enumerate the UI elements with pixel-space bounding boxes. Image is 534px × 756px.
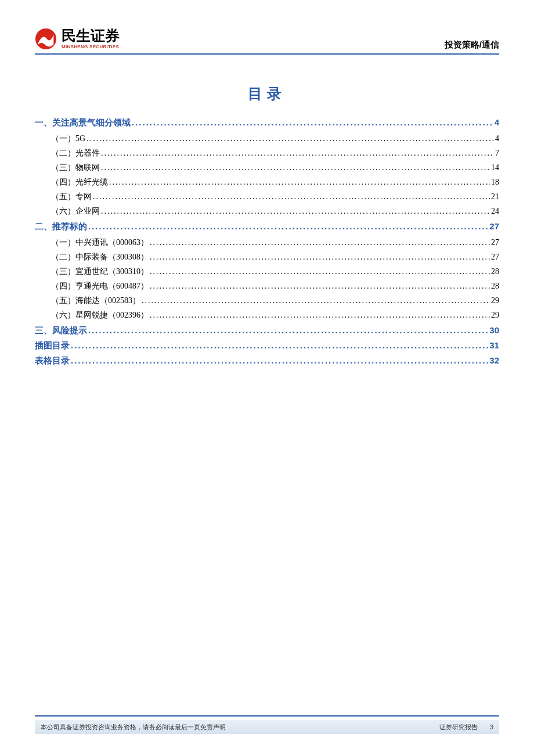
toc-page-number: 30 <box>488 325 499 335</box>
toc-leader-dots <box>132 117 493 127</box>
toc-label: 一、关注高景气细分领域 <box>35 117 132 128</box>
toc-label: （一）5G <box>51 132 86 145</box>
footer-report-type: 证券研究报告 <box>439 723 478 730</box>
logo-text-en: MINSHENG SECURITIES <box>62 44 120 49</box>
toc-label: （三）宜通世纪（300310） <box>51 265 150 278</box>
toc-subsection[interactable]: （五）专网21 <box>35 190 499 203</box>
footer-bar: 本公司具备证券投资咨询业务资格，请务必阅读最后一页免责声明 证券研究报告 3 <box>35 720 499 734</box>
toc-leader-dots <box>93 190 490 203</box>
toc-label: （三）物联网 <box>51 161 101 174</box>
toc-page-number: 7 <box>494 147 499 159</box>
toc-section[interactable]: 一、关注高景气细分领域 4 <box>35 117 499 128</box>
toc-page-number: 27 <box>488 221 499 231</box>
toc-page-number: 28 <box>490 265 499 278</box>
toc-section[interactable]: 表格目录 32 <box>35 355 499 366</box>
toc-section[interactable]: 二、推荐标的 27 <box>35 221 499 232</box>
toc-leader-dots <box>150 280 490 292</box>
toc-label: 表格目录 <box>35 355 71 366</box>
header-rule <box>35 53 499 55</box>
logo-text-cn: 民生证券 <box>62 28 120 43</box>
toc-subsection[interactable]: （五）海能达（002583）29 <box>35 294 499 307</box>
toc-label: 三、风险提示 <box>35 325 88 336</box>
toc-label: 插图目录 <box>35 340 71 351</box>
toc-leader-dots <box>88 325 488 335</box>
footer-page-number: 3 <box>490 723 493 730</box>
toc-leader-dots <box>71 340 488 350</box>
toc-leader-dots <box>71 355 488 365</box>
document-page: 民生证券 MINSHENG SECURITIES 投资策略/通信 目录 一、关注… <box>0 0 534 756</box>
toc-leader-dots <box>101 147 494 159</box>
toc-leader-dots <box>150 309 490 321</box>
footer-disclaimer: 本公司具备证券投资咨询业务资格，请务必阅读最后一页免责声明 <box>41 723 226 732</box>
logo-text-block: 民生证券 MINSHENG SECURITIES <box>62 28 120 49</box>
toc-label: （六）企业网 <box>51 205 101 217</box>
toc-page-number: 4 <box>493 117 499 127</box>
toc-section[interactable]: 插图目录 31 <box>35 340 499 351</box>
minsheng-logo-icon <box>35 28 57 50</box>
toc-page-number: 28 <box>490 280 499 292</box>
toc-label: （五）海能达（002583） <box>51 294 142 307</box>
toc-label: （四）光纤光缆 <box>51 176 109 188</box>
toc-subsection[interactable]: （六）企业网24 <box>35 205 499 217</box>
toc-section[interactable]: 三、风险提示 30 <box>35 325 499 336</box>
logo: 民生证券 MINSHENG SECURITIES <box>35 28 499 50</box>
toc-leader-dots <box>150 251 490 263</box>
toc-leader-dots <box>88 221 488 231</box>
toc-label: 二、推荐标的 <box>35 221 88 232</box>
toc-subsection[interactable]: （二）光器件7 <box>35 147 499 159</box>
toc-leader-dots <box>86 132 494 145</box>
toc-subsection[interactable]: （一）中兴通讯（000063）27 <box>35 236 499 249</box>
toc-subsection[interactable]: （三）宜通世纪（300310）28 <box>35 265 499 278</box>
toc-page-number: 32 <box>488 355 499 365</box>
header: 民生证券 MINSHENG SECURITIES 投资策略/通信 <box>35 28 499 54</box>
toc-page-number: 29 <box>490 294 499 307</box>
toc-page-number: 27 <box>490 251 499 263</box>
header-category: 投资策略/通信 <box>445 39 499 51</box>
toc-leader-dots <box>142 294 490 307</box>
toc-leader-dots <box>150 236 490 249</box>
table-of-contents: 一、关注高景气细分领域 4（一）5G4（二）光器件7（三）物联网14（四）光纤光… <box>35 113 499 370</box>
toc-page-number: 21 <box>490 190 499 203</box>
toc-page-number: 24 <box>490 205 499 217</box>
toc-page-number: 4 <box>494 132 499 145</box>
toc-leader-dots <box>150 265 490 278</box>
toc-leader-dots <box>109 176 490 188</box>
toc-leader-dots <box>101 205 490 217</box>
toc-page-number: 18 <box>490 176 499 188</box>
toc-subsection[interactable]: （四）光纤光缆18 <box>35 176 499 188</box>
toc-label: （五）专网 <box>51 190 93 203</box>
toc-subsection[interactable]: （四）亨通光电（600487）28 <box>35 280 499 292</box>
footer-rule <box>35 715 499 717</box>
toc-subsection[interactable]: （一）5G4 <box>35 132 499 145</box>
toc-label: （四）亨通光电（600487） <box>51 280 150 292</box>
toc-label: （六）星网锐捷（002396） <box>51 309 150 321</box>
toc-page-number: 31 <box>488 340 499 350</box>
toc-label: （一）中兴通讯（000063） <box>51 236 150 249</box>
toc-subsection[interactable]: （六）星网锐捷（002396）29 <box>35 309 499 321</box>
toc-label: （二）中际装备（300308） <box>51 251 150 263</box>
toc-page-number: 14 <box>490 161 499 174</box>
footer-right: 证券研究报告 3 <box>439 723 493 732</box>
page-title: 目录 <box>0 84 534 103</box>
toc-subsection[interactable]: （三）物联网14 <box>35 161 499 174</box>
toc-page-number: 27 <box>490 236 499 249</box>
toc-leader-dots <box>101 161 490 174</box>
toc-subsection[interactable]: （二）中际装备（300308）27 <box>35 251 499 263</box>
toc-page-number: 29 <box>490 309 499 321</box>
toc-label: （二）光器件 <box>51 147 101 159</box>
